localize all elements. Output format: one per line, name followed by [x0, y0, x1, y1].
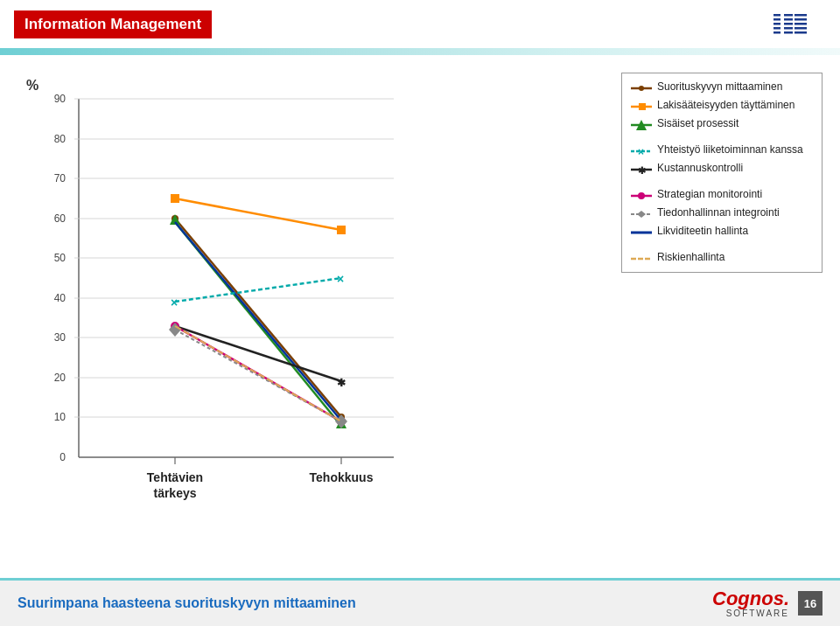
footer-tagline: Suurimpana haasteena suorituskyvyn mitta… [18, 595, 356, 611]
legend-line-icon-5: ✱ [631, 163, 652, 176]
svg-text:×: × [337, 272, 344, 286]
page-number: 16 [798, 591, 822, 616]
svg-rect-2 [774, 23, 780, 25]
legend-line-icon-6 [631, 190, 652, 202]
legend-item-6: Strategian monitorointi [631, 188, 813, 202]
svg-rect-12 [794, 23, 807, 25]
footer-brand-area: Cognos. software 16 [712, 589, 822, 618]
svg-rect-8 [784, 27, 793, 30]
legend-item-9: Riskienhallinta [631, 251, 813, 265]
svg-text:90: 90 [54, 93, 66, 105]
svg-text:50: 50 [54, 252, 66, 264]
svg-rect-5 [784, 14, 793, 17]
svg-line-50 [175, 222, 341, 421]
legend-label-8: Likviditeetin hallinta [657, 225, 748, 239]
legend-box-top: Suorituskyvyn mittaaminen Lakisääteisyyd… [621, 73, 822, 273]
legend-label-7: Tiedonhallinnan integrointi [657, 206, 780, 220]
svg-text:30: 30 [54, 331, 66, 344]
legend-line-icon-2 [631, 101, 652, 113]
legend-line-icon-7 [631, 208, 652, 220]
legend-label-9: Riskienhallinta [657, 251, 724, 265]
legend-item-7: Tiedonhallinnan integrointi [631, 206, 813, 220]
legend-line-icon-8 [631, 226, 652, 239]
legend-label-5: Kustannuskontrolli [657, 162, 743, 176]
svg-text:×: × [171, 296, 178, 310]
svg-line-41 [175, 219, 341, 417]
legend-item-3: Sisäiset prosessit [631, 117, 813, 131]
cognos-sub-text: software [726, 609, 789, 618]
svg-rect-13 [794, 27, 807, 30]
svg-text:40: 40 [54, 292, 66, 304]
svg-text:20: 20 [54, 372, 66, 384]
svg-rect-46 [337, 226, 346, 234]
svg-text:60: 60 [54, 212, 66, 225]
ibm-logo-area [774, 12, 826, 37]
cognos-brand-text: Cognos. [712, 589, 789, 609]
svg-line-44 [175, 198, 341, 230]
svg-point-75 [638, 192, 645, 199]
footer: Suurimpana haasteena suorituskyvyn mitta… [0, 578, 840, 626]
svg-text:80: 80 [54, 133, 66, 145]
y-axis-label: % [26, 78, 38, 93]
legend-item-2: Lakisääteisyyden täyttäminen [631, 99, 813, 113]
svg-text:Tehtävien: Tehtävien [147, 470, 203, 484]
svg-rect-4 [774, 31, 780, 34]
svg-text:0: 0 [60, 451, 66, 463]
legend-item-4: × Yhteistyö liiketoiminnan kanssa [631, 143, 813, 157]
chart-area: % 90 80 70 60 50 [18, 64, 612, 571]
app-title: Information Management [24, 16, 201, 33]
chart-legend: Suorituskyvyn mittaaminen Lakisääteisyyd… [612, 64, 822, 571]
svg-rect-14 [794, 31, 807, 34]
svg-text:70: 70 [54, 172, 66, 184]
svg-text:10: 10 [54, 411, 66, 423]
main-content: % 90 80 70 60 50 [0, 55, 840, 571]
svg-text:×: × [638, 146, 644, 157]
header: Information Management [0, 0, 840, 48]
legend-line-icon-4: × [631, 145, 652, 157]
svg-point-65 [639, 86, 644, 91]
svg-rect-10 [794, 14, 807, 17]
svg-rect-6 [784, 18, 793, 21]
svg-text:tärkeys: tärkeys [153, 486, 196, 500]
svg-marker-77 [637, 211, 646, 218]
legend-item-8: Likviditeetin hallinta [631, 225, 813, 239]
svg-text:✱: ✱ [638, 165, 647, 176]
svg-text:✱: ✱ [337, 377, 346, 389]
ibm-logo-icon [774, 12, 826, 37]
svg-rect-9 [784, 31, 793, 34]
legend-line-icon-1 [631, 82, 652, 94]
legend-item-5: ✱ Kustannuskontrolli [631, 162, 813, 176]
legend-item-1: Suorituskyvyn mittaaminen [631, 80, 813, 94]
svg-rect-1 [774, 18, 780, 21]
svg-rect-7 [784, 23, 793, 25]
svg-line-60 [175, 330, 341, 421]
svg-rect-0 [774, 14, 780, 17]
decorative-band [0, 48, 840, 55]
legend-label-1: Suorituskyvyn mittaaminen [657, 80, 782, 94]
svg-rect-67 [639, 103, 646, 110]
svg-rect-3 [774, 27, 780, 30]
svg-rect-45 [171, 194, 179, 203]
svg-text:Tehokkuus: Tehokkuus [310, 470, 374, 484]
legend-label-3: Sisäiset prosessit [657, 117, 738, 131]
legend-line-icon-3 [631, 119, 652, 131]
legend-line-icon-9 [631, 253, 652, 265]
header-brand: Information Management [14, 10, 212, 38]
legend-label-2: Lakisääteisyyden täyttäminen [657, 99, 794, 113]
line-chart: % 90 80 70 60 50 [18, 64, 472, 527]
legend-label-6: Strategian monitorointi [657, 188, 762, 202]
svg-rect-11 [794, 18, 807, 21]
legend-label-4: Yhteistyö liiketoiminnan kanssa [657, 143, 803, 157]
cognos-logo: Cognos. software [712, 589, 789, 618]
